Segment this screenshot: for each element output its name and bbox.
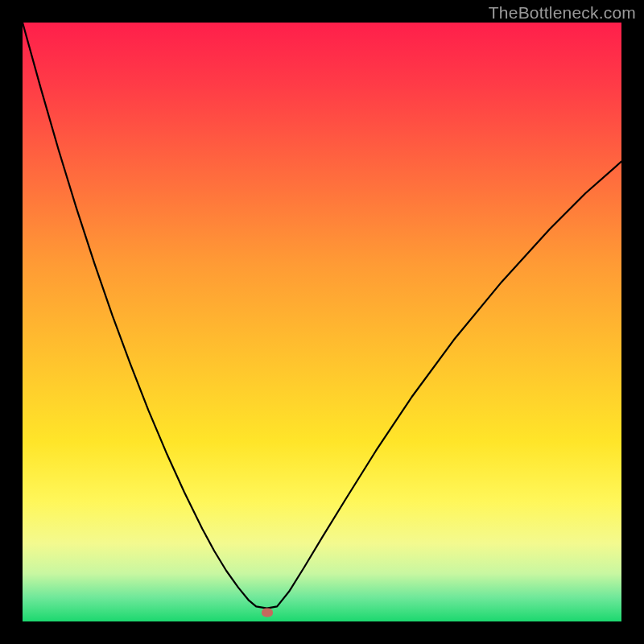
optimum-marker (262, 608, 273, 617)
bottleneck-curve (23, 23, 621, 609)
plot-area (23, 23, 621, 621)
watermark-text: TheBottleneck.com (489, 3, 636, 23)
curve-svg (23, 23, 621, 621)
chart-frame: TheBottleneck.com (0, 0, 644, 644)
